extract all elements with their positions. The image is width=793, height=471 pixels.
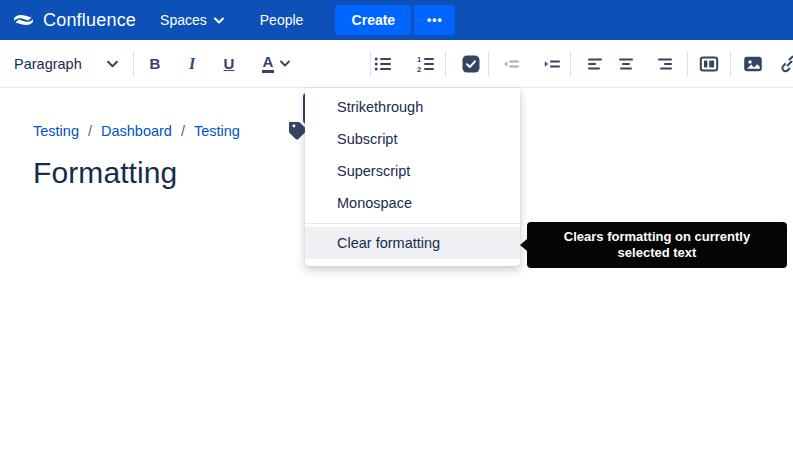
svg-text:1: 1	[417, 55, 421, 64]
confluence-logo-icon	[13, 10, 34, 30]
bullet-list-icon	[373, 54, 393, 74]
breadcrumb-item-testing[interactable]: Testing	[33, 123, 79, 139]
italic-button[interactable]: I	[177, 49, 207, 79]
indent-button[interactable]	[537, 49, 567, 79]
align-center-icon	[616, 54, 636, 74]
page-title: Formatting	[33, 156, 177, 190]
task-list-icon	[461, 54, 481, 74]
layout-columns-icon	[699, 54, 719, 74]
nav-more-button[interactable]: •••	[414, 5, 455, 35]
svg-text:2: 2	[417, 64, 421, 73]
outdent-button	[496, 49, 526, 79]
insert-link-icon	[778, 53, 793, 75]
top-nav-bar: Confluence Spaces People Create •••	[0, 0, 793, 40]
brand-name: Confluence	[43, 10, 136, 31]
indent-icon	[542, 54, 562, 74]
formatting-dropdown-menu: Strikethrough Subscript Superscript Mono…	[305, 88, 520, 266]
toolbar-divider	[687, 52, 688, 76]
nav-spaces-label: Spaces	[160, 12, 207, 28]
bold-icon: B	[150, 55, 161, 72]
create-button[interactable]: Create	[335, 5, 411, 35]
confluence-editor-screen: Confluence Spaces People Create ••• Para…	[0, 0, 793, 471]
toolbar-divider	[730, 52, 731, 76]
bold-button[interactable]: B	[140, 49, 170, 79]
outdent-icon	[501, 54, 521, 74]
numbered-list-icon: 1 2	[416, 54, 436, 74]
toolbar-divider	[133, 52, 134, 76]
breadcrumb: Testing / Dashboard / Testing	[33, 119, 240, 143]
toolbar-divider	[570, 52, 571, 76]
editor-toolbar: Paragraph B I U A A	[0, 40, 793, 88]
confluence-home-link[interactable]: Confluence	[13, 10, 136, 31]
menu-item-subscript[interactable]: Subscript	[305, 123, 520, 155]
align-right-icon	[655, 54, 675, 74]
align-left-button[interactable]	[580, 49, 610, 79]
numbered-list-button[interactable]: 1 2	[411, 49, 441, 79]
menu-item-superscript[interactable]: Superscript	[305, 155, 520, 187]
breadcrumb-separator: /	[88, 123, 92, 139]
align-left-icon	[585, 54, 605, 74]
insert-image-icon	[743, 54, 763, 74]
paragraph-style-label: Paragraph	[14, 56, 82, 72]
italic-icon: I	[189, 55, 195, 73]
paragraph-style-select[interactable]: Paragraph	[8, 48, 124, 80]
breadcrumb-item-dashboard[interactable]: Dashboard	[101, 123, 172, 139]
breadcrumb-separator: /	[181, 123, 185, 139]
bullet-list-button[interactable]	[368, 49, 398, 79]
nav-spaces[interactable]: Spaces	[160, 12, 224, 28]
toolbar-divider	[445, 52, 446, 76]
underline-icon: U	[224, 55, 235, 72]
toolbar-divider	[488, 52, 489, 76]
align-center-button[interactable]	[611, 49, 641, 79]
layout-button[interactable]	[694, 49, 724, 79]
menu-item-monospace[interactable]: Monospace	[305, 187, 520, 219]
text-color-icon: A	[262, 54, 275, 73]
image-button[interactable]	[738, 49, 768, 79]
underline-button[interactable]: U	[214, 49, 244, 79]
menu-item-clear-formatting[interactable]: Clear formatting	[305, 227, 520, 259]
tooltip-arrow-icon	[520, 239, 527, 251]
link-button[interactable]	[774, 49, 793, 79]
text-color-button[interactable]: A	[252, 49, 300, 79]
chevron-down-icon	[107, 60, 118, 68]
task-list-button[interactable]	[456, 49, 486, 79]
align-right-button[interactable]	[650, 49, 680, 79]
chevron-down-icon	[214, 17, 224, 24]
breadcrumb-item-testing-page[interactable]: Testing	[194, 123, 240, 139]
chevron-down-icon	[280, 60, 290, 67]
nav-people-label: People	[260, 12, 304, 28]
tooltip: Clears formatting on currently selected …	[527, 222, 787, 268]
tooltip-text: Clears formatting on currently selected …	[541, 229, 773, 262]
nav-people[interactable]: People	[260, 12, 304, 28]
menu-divider	[305, 223, 520, 224]
menu-item-strikethrough[interactable]: Strikethrough	[305, 91, 520, 123]
